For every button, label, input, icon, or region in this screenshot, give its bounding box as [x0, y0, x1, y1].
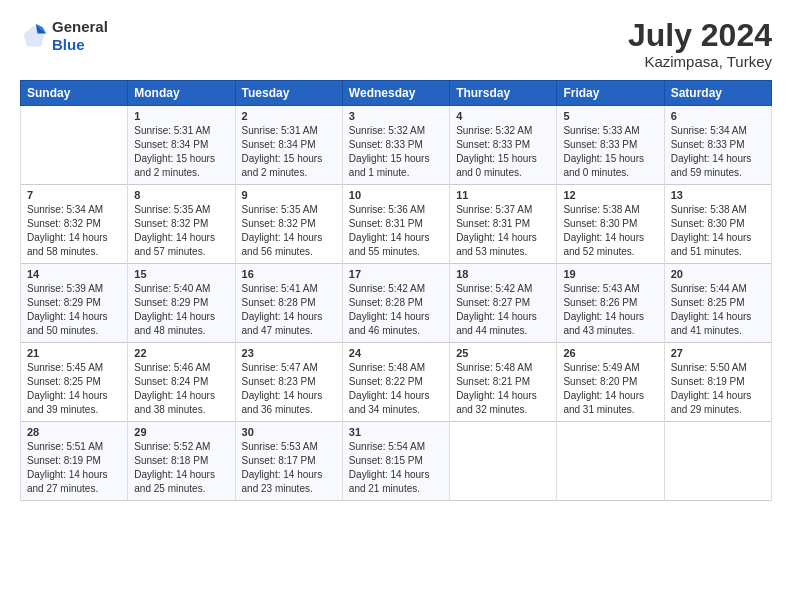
day-number: 3 — [349, 110, 443, 122]
logo-text: General Blue — [52, 18, 108, 54]
calendar-cell: 29Sunrise: 5:52 AMSunset: 8:18 PMDayligh… — [128, 422, 235, 501]
day-info: Sunrise: 5:50 AMSunset: 8:19 PMDaylight:… — [671, 361, 765, 417]
day-info: Sunrise: 5:32 AMSunset: 8:33 PMDaylight:… — [349, 124, 443, 180]
day-info: Sunrise: 5:31 AMSunset: 8:34 PMDaylight:… — [242, 124, 336, 180]
col-thursday: Thursday — [450, 81, 557, 106]
calendar-cell — [450, 422, 557, 501]
calendar-week-2: 7Sunrise: 5:34 AMSunset: 8:32 PMDaylight… — [21, 185, 772, 264]
col-sunday: Sunday — [21, 81, 128, 106]
day-info: Sunrise: 5:38 AMSunset: 8:30 PMDaylight:… — [671, 203, 765, 259]
day-number: 5 — [563, 110, 657, 122]
day-number: 4 — [456, 110, 550, 122]
day-number: 10 — [349, 189, 443, 201]
col-friday: Friday — [557, 81, 664, 106]
calendar-cell: 18Sunrise: 5:42 AMSunset: 8:27 PMDayligh… — [450, 264, 557, 343]
day-number: 20 — [671, 268, 765, 280]
calendar-cell: 6Sunrise: 5:34 AMSunset: 8:33 PMDaylight… — [664, 106, 771, 185]
day-info: Sunrise: 5:31 AMSunset: 8:34 PMDaylight:… — [134, 124, 228, 180]
day-number: 6 — [671, 110, 765, 122]
day-number: 21 — [27, 347, 121, 359]
day-number: 29 — [134, 426, 228, 438]
calendar-cell: 7Sunrise: 5:34 AMSunset: 8:32 PMDaylight… — [21, 185, 128, 264]
calendar-week-1: 1Sunrise: 5:31 AMSunset: 8:34 PMDaylight… — [21, 106, 772, 185]
calendar-cell: 31Sunrise: 5:54 AMSunset: 8:15 PMDayligh… — [342, 422, 449, 501]
calendar-cell: 12Sunrise: 5:38 AMSunset: 8:30 PMDayligh… — [557, 185, 664, 264]
day-info: Sunrise: 5:38 AMSunset: 8:30 PMDaylight:… — [563, 203, 657, 259]
day-number: 11 — [456, 189, 550, 201]
calendar-cell — [557, 422, 664, 501]
day-number: 17 — [349, 268, 443, 280]
calendar-cell: 23Sunrise: 5:47 AMSunset: 8:23 PMDayligh… — [235, 343, 342, 422]
calendar-cell: 11Sunrise: 5:37 AMSunset: 8:31 PMDayligh… — [450, 185, 557, 264]
day-info: Sunrise: 5:35 AMSunset: 8:32 PMDaylight:… — [242, 203, 336, 259]
day-info: Sunrise: 5:36 AMSunset: 8:31 PMDaylight:… — [349, 203, 443, 259]
calendar-cell: 1Sunrise: 5:31 AMSunset: 8:34 PMDaylight… — [128, 106, 235, 185]
day-number: 1 — [134, 110, 228, 122]
day-number: 19 — [563, 268, 657, 280]
col-saturday: Saturday — [664, 81, 771, 106]
calendar-week-3: 14Sunrise: 5:39 AMSunset: 8:29 PMDayligh… — [21, 264, 772, 343]
day-number: 16 — [242, 268, 336, 280]
day-info: Sunrise: 5:45 AMSunset: 8:25 PMDaylight:… — [27, 361, 121, 417]
calendar-cell: 9Sunrise: 5:35 AMSunset: 8:32 PMDaylight… — [235, 185, 342, 264]
day-number: 9 — [242, 189, 336, 201]
day-number: 7 — [27, 189, 121, 201]
calendar-cell: 15Sunrise: 5:40 AMSunset: 8:29 PMDayligh… — [128, 264, 235, 343]
day-info: Sunrise: 5:37 AMSunset: 8:31 PMDaylight:… — [456, 203, 550, 259]
day-info: Sunrise: 5:48 AMSunset: 8:21 PMDaylight:… — [456, 361, 550, 417]
location: Kazimpasa, Turkey — [628, 53, 772, 70]
day-info: Sunrise: 5:48 AMSunset: 8:22 PMDaylight:… — [349, 361, 443, 417]
calendar-cell: 20Sunrise: 5:44 AMSunset: 8:25 PMDayligh… — [664, 264, 771, 343]
page: General Blue July 2024 Kazimpasa, Turkey… — [0, 0, 792, 612]
calendar-cell: 17Sunrise: 5:42 AMSunset: 8:28 PMDayligh… — [342, 264, 449, 343]
calendar-cell: 28Sunrise: 5:51 AMSunset: 8:19 PMDayligh… — [21, 422, 128, 501]
day-info: Sunrise: 5:39 AMSunset: 8:29 PMDaylight:… — [27, 282, 121, 338]
col-monday: Monday — [128, 81, 235, 106]
day-info: Sunrise: 5:51 AMSunset: 8:19 PMDaylight:… — [27, 440, 121, 496]
header-row: Sunday Monday Tuesday Wednesday Thursday… — [21, 81, 772, 106]
day-info: Sunrise: 5:35 AMSunset: 8:32 PMDaylight:… — [134, 203, 228, 259]
calendar-cell: 19Sunrise: 5:43 AMSunset: 8:26 PMDayligh… — [557, 264, 664, 343]
day-info: Sunrise: 5:54 AMSunset: 8:15 PMDaylight:… — [349, 440, 443, 496]
day-number: 15 — [134, 268, 228, 280]
day-info: Sunrise: 5:53 AMSunset: 8:17 PMDaylight:… — [242, 440, 336, 496]
calendar-cell: 27Sunrise: 5:50 AMSunset: 8:19 PMDayligh… — [664, 343, 771, 422]
day-number: 23 — [242, 347, 336, 359]
day-number: 13 — [671, 189, 765, 201]
month-year: July 2024 — [628, 18, 772, 53]
day-number: 2 — [242, 110, 336, 122]
calendar-cell: 3Sunrise: 5:32 AMSunset: 8:33 PMDaylight… — [342, 106, 449, 185]
calendar-cell: 13Sunrise: 5:38 AMSunset: 8:30 PMDayligh… — [664, 185, 771, 264]
calendar-cell: 24Sunrise: 5:48 AMSunset: 8:22 PMDayligh… — [342, 343, 449, 422]
calendar-cell: 30Sunrise: 5:53 AMSunset: 8:17 PMDayligh… — [235, 422, 342, 501]
calendar-cell: 21Sunrise: 5:45 AMSunset: 8:25 PMDayligh… — [21, 343, 128, 422]
calendar-cell: 26Sunrise: 5:49 AMSunset: 8:20 PMDayligh… — [557, 343, 664, 422]
calendar-cell: 25Sunrise: 5:48 AMSunset: 8:21 PMDayligh… — [450, 343, 557, 422]
day-number: 12 — [563, 189, 657, 201]
calendar-cell: 22Sunrise: 5:46 AMSunset: 8:24 PMDayligh… — [128, 343, 235, 422]
calendar-cell: 14Sunrise: 5:39 AMSunset: 8:29 PMDayligh… — [21, 264, 128, 343]
calendar-cell — [21, 106, 128, 185]
day-number: 30 — [242, 426, 336, 438]
header: General Blue July 2024 Kazimpasa, Turkey — [20, 18, 772, 70]
day-info: Sunrise: 5:42 AMSunset: 8:27 PMDaylight:… — [456, 282, 550, 338]
logo-blue: Blue — [52, 36, 85, 53]
day-info: Sunrise: 5:44 AMSunset: 8:25 PMDaylight:… — [671, 282, 765, 338]
day-number: 14 — [27, 268, 121, 280]
calendar-table: Sunday Monday Tuesday Wednesday Thursday… — [20, 80, 772, 501]
title-block: July 2024 Kazimpasa, Turkey — [628, 18, 772, 70]
day-info: Sunrise: 5:33 AMSunset: 8:33 PMDaylight:… — [563, 124, 657, 180]
calendar-cell: 8Sunrise: 5:35 AMSunset: 8:32 PMDaylight… — [128, 185, 235, 264]
day-info: Sunrise: 5:49 AMSunset: 8:20 PMDaylight:… — [563, 361, 657, 417]
day-info: Sunrise: 5:32 AMSunset: 8:33 PMDaylight:… — [456, 124, 550, 180]
logo: General Blue — [20, 18, 108, 54]
day-number: 31 — [349, 426, 443, 438]
day-info: Sunrise: 5:52 AMSunset: 8:18 PMDaylight:… — [134, 440, 228, 496]
day-number: 8 — [134, 189, 228, 201]
day-number: 18 — [456, 268, 550, 280]
col-tuesday: Tuesday — [235, 81, 342, 106]
day-info: Sunrise: 5:40 AMSunset: 8:29 PMDaylight:… — [134, 282, 228, 338]
day-info: Sunrise: 5:34 AMSunset: 8:33 PMDaylight:… — [671, 124, 765, 180]
calendar-cell: 2Sunrise: 5:31 AMSunset: 8:34 PMDaylight… — [235, 106, 342, 185]
day-info: Sunrise: 5:42 AMSunset: 8:28 PMDaylight:… — [349, 282, 443, 338]
